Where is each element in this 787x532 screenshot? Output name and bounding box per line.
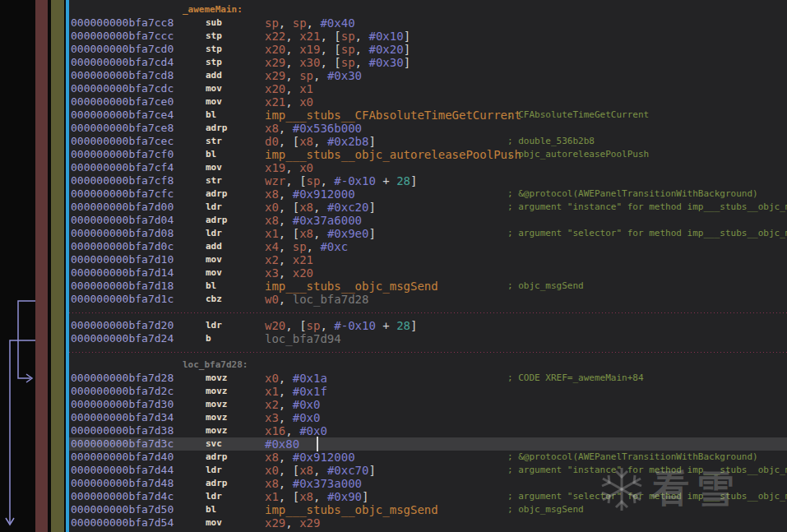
operand-token: , xyxy=(279,201,293,214)
symbol-ref[interactable]: imp___stubs__objc_autoreleasePoolPush xyxy=(265,148,521,161)
operand-token: [ xyxy=(299,174,306,187)
address[interactable]: 000000000bfa7cf4 xyxy=(71,161,174,174)
address[interactable]: 000000000bfa7cdc xyxy=(71,82,174,95)
procedure-label[interactable]: loc_bfa7d28: xyxy=(183,359,248,372)
asm-row[interactable]: 000000000bfa7ce4blimp___stubs__CFAbsolut… xyxy=(69,109,787,122)
address[interactable]: 000000000bfa7d08 xyxy=(71,227,174,240)
address[interactable]: 000000000bfa7ce0 xyxy=(71,95,174,109)
address[interactable]: 000000000bfa7cf8 xyxy=(71,174,174,187)
address[interactable]: 000000000bfa7d1c xyxy=(71,293,174,306)
asm-row[interactable]: 000000000bfa7cdcmovx20, x1 xyxy=(69,82,787,95)
asm-row[interactable]: 000000000bfa7d0caddx4, sp, #0xc xyxy=(69,240,787,253)
asm-row[interactable]: 000000000bfa7d20ldrw20, [sp, #-0x10 + 28… xyxy=(69,319,787,332)
asm-row[interactable]: 000000000bfa7d40adrpx8, #0x912000; &@pro… xyxy=(69,451,787,464)
operand-token: #0x10 xyxy=(368,30,403,43)
asm-row[interactable]: 000000000bfa7d24bloc_bfa7d94 xyxy=(69,332,787,345)
address[interactable]: 000000000bfa7d44 xyxy=(71,464,174,477)
operand-token: , xyxy=(285,82,299,95)
address[interactable]: 000000000bfa7d3c xyxy=(71,437,174,451)
asm-row[interactable]: 000000000bfa7d4cldrx1, [x8, #0x90]; argu… xyxy=(69,490,787,503)
asm-row[interactable]: 000000000bfa7d1ccbzw0, loc_bfa7d28 xyxy=(69,293,787,306)
comment: ; objc_msgSend xyxy=(507,503,584,516)
address[interactable]: 000000000bfa7cd4 xyxy=(71,56,174,69)
asm-row[interactable]: 000000000bfa7cd8addx29, sp, #0x30 xyxy=(69,69,787,82)
address[interactable]: 000000000bfa7d24 xyxy=(71,332,174,345)
address[interactable]: 000000000bfa7cf0 xyxy=(71,148,174,161)
disassembler-window: { "app": { "view": "assembly-listing" },… xyxy=(0,0,787,532)
asm-row[interactable]: 000000000bfa7d28movzx0, #0x1a; CODE XREF… xyxy=(69,372,787,385)
address[interactable]: 000000000bfa7d20 xyxy=(71,319,174,332)
address[interactable]: 000000000bfa7d0c xyxy=(71,240,174,253)
mnemonic: adrp xyxy=(206,451,228,464)
asm-row[interactable]: 000000000bfa7d14movx3, x20 xyxy=(69,266,787,280)
asm-row[interactable]: 000000000bfa7ce0movx21, x0 xyxy=(69,95,787,109)
address[interactable]: 000000000bfa7d00 xyxy=(71,201,174,214)
asm-row[interactable]: 000000000bfa7d04adrpx8, #0x37a6000 xyxy=(69,214,787,227)
operand-token: x4 xyxy=(265,240,279,253)
symbol-ref[interactable]: imp___stubs__objc_msgSend xyxy=(265,280,438,293)
asm-row[interactable]: 000000000bfa7d18blimp___stubs__objc_msgS… xyxy=(69,280,787,293)
asm-row[interactable]: 000000000bfa7d2cmovzx1, #0x1f xyxy=(69,385,787,398)
address[interactable]: 000000000bfa7d54 xyxy=(71,516,174,530)
asm-row[interactable]: 000000000bfa7cfcadrpx8, #0x912000; &@pro… xyxy=(69,187,787,201)
asm-label-row[interactable]: _awemeMain: xyxy=(69,3,787,16)
address[interactable]: 000000000bfa7d30 xyxy=(71,398,174,411)
asm-row[interactable]: 000000000bfa7d38movzx16, #0x0 xyxy=(69,424,787,437)
operand-token: , xyxy=(279,187,293,201)
operands: imp___stubs__objc_msgSend xyxy=(265,280,438,293)
mnemonic: sub xyxy=(206,16,222,30)
address[interactable]: 000000000bfa7cc8 xyxy=(71,16,174,30)
address[interactable]: 000000000bfa7cd8 xyxy=(71,69,174,82)
asm-row[interactable]: 000000000bfa7ce8adrpx8, #0x536b000 xyxy=(69,122,787,135)
asm-row[interactable]: 000000000bfa7cf4movx19, x0 xyxy=(69,161,787,174)
assembly-listing[interactable]: _awemeMain:000000000bfa7cc8subsp, sp, #0… xyxy=(69,0,787,532)
procedure-label[interactable]: _awemeMain: xyxy=(183,3,243,16)
address[interactable]: 000000000bfa7d28 xyxy=(71,372,174,385)
address[interactable]: 000000000bfa7ce8 xyxy=(71,122,174,135)
address[interactable]: 000000000bfa7cfc xyxy=(71,187,174,201)
address[interactable]: 000000000bfa7d14 xyxy=(71,266,174,280)
operands: x0, #0x1a xyxy=(265,372,327,385)
address[interactable]: 000000000bfa7d2c xyxy=(71,385,174,398)
symbol-ref[interactable]: imp___stubs__CFAbsoluteTimeGetCurrent xyxy=(265,109,521,122)
asm-row[interactable]: 000000000bfa7d3csvc#0x80 xyxy=(69,437,787,451)
asm-row[interactable]: 000000000bfa7cf0blimp___stubs__objc_auto… xyxy=(69,148,787,161)
address[interactable]: 000000000bfa7cd0 xyxy=(71,43,174,56)
operand-token: x8 xyxy=(299,464,313,477)
asm-row[interactable]: 000000000bfa7cccstpx22, x21, [sp, #0x10] xyxy=(69,30,787,43)
asm-row[interactable]: 000000000bfa7d54movx29, x29 xyxy=(69,516,787,530)
address[interactable]: 000000000bfa7cec xyxy=(71,135,174,148)
asm-row[interactable]: 000000000bfa7d30movzx2, #0x0 xyxy=(69,398,787,411)
operands: x19, x0 xyxy=(265,161,313,174)
asm-row[interactable]: 000000000bfa7d00ldrx0, [x8, #0xc20]; arg… xyxy=(69,201,787,214)
asm-label-row[interactable]: loc_bfa7d28: xyxy=(69,359,787,372)
asm-row[interactable]: 000000000bfa7d10movx2, x21 xyxy=(69,253,787,266)
address[interactable]: 000000000bfa7ccc xyxy=(71,30,174,43)
asm-row[interactable]: 000000000bfa7d44ldrx0, [x8, #0xc70]; arg… xyxy=(69,464,787,477)
address[interactable]: 000000000bfa7ce4 xyxy=(71,109,174,122)
asm-row[interactable]: 000000000bfa7cc8subsp, sp, #0x40 xyxy=(69,16,787,30)
mnemonic: movz xyxy=(206,424,228,437)
asm-row[interactable]: 000000000bfa7d48adrpx8, #0x373a000 xyxy=(69,477,787,490)
asm-row[interactable]: 000000000bfa7cd0stpx20, x19, [sp, #0x20] xyxy=(69,43,787,56)
address[interactable]: 000000000bfa7d18 xyxy=(71,280,174,293)
asm-row[interactable]: 000000000bfa7cecstrd0, [x8, #0x2b8]; dou… xyxy=(69,135,787,148)
asm-row[interactable]: 000000000bfa7d50blimp___stubs__objc_msgS… xyxy=(69,503,787,516)
address[interactable]: 000000000bfa7d10 xyxy=(71,253,174,266)
address[interactable]: 000000000bfa7d34 xyxy=(71,411,174,424)
label-ref[interactable]: loc_bfa7d94 xyxy=(265,332,341,345)
asm-row[interactable]: 000000000bfa7d34movzx3, #0x0 xyxy=(69,411,787,424)
address[interactable]: 000000000bfa7d04 xyxy=(71,214,174,227)
label-ref[interactable]: loc_bfa7d28 xyxy=(293,293,369,306)
address[interactable]: 000000000bfa7d50 xyxy=(71,503,174,516)
asm-row[interactable]: 000000000bfa7cf8strwzr, [sp, #-0x10 + 28… xyxy=(69,174,787,187)
operand-token: x1 xyxy=(265,227,279,240)
address[interactable]: 000000000bfa7d4c xyxy=(71,490,174,503)
asm-row[interactable]: 000000000bfa7cd4stpx29, x30, [sp, #0x30] xyxy=(69,56,787,69)
symbol-ref[interactable]: imp___stubs__objc_msgSend xyxy=(265,503,438,516)
address[interactable]: 000000000bfa7d38 xyxy=(71,424,174,437)
address[interactable]: 000000000bfa7d40 xyxy=(71,451,174,464)
address[interactable]: 000000000bfa7d48 xyxy=(71,477,174,490)
mnemonic: ldr xyxy=(206,319,222,332)
asm-row[interactable]: 000000000bfa7d08ldrx1, [x8, #0x9e0]; arg… xyxy=(69,227,787,240)
